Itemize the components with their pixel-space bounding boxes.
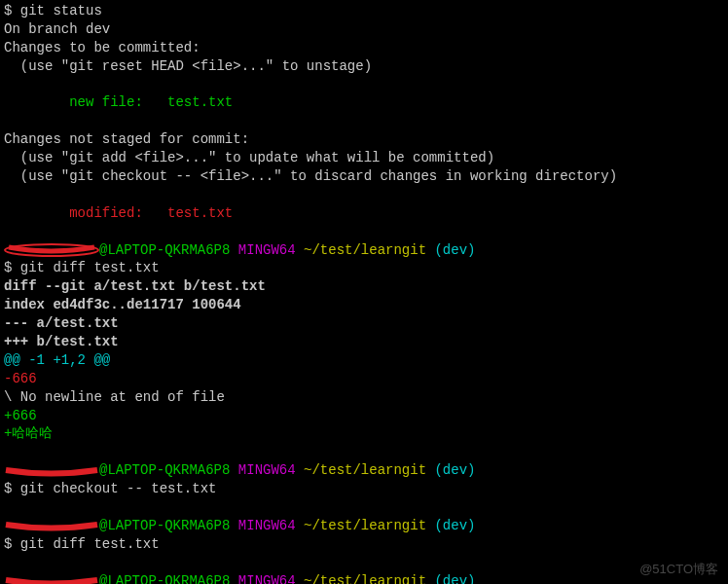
blank-line (4, 223, 724, 241)
terminal-output[interactable]: $ git status On branch dev Changes to be… (4, 2, 724, 584)
redacted-user-icon (4, 575, 99, 584)
prompt-host: @LAPTOP-QKRMA6P8 (99, 242, 230, 258)
prompt-shell: MINGW64 (230, 518, 295, 533)
status-checkout-hint: (use "git checkout -- <file>..." to disc… (4, 167, 724, 186)
diff-index: index ed4df3c..de11717 100644 (4, 296, 724, 314)
prompt-branch: (dev) (426, 573, 475, 584)
prompt-shell: MINGW64 (230, 573, 295, 584)
cmd-git-checkout: $ git checkout -- test.txt (4, 480, 724, 498)
prompt-host: @LAPTOP-QKRMA6P8 (99, 573, 230, 584)
prompt-path: ~/test/learngit (296, 573, 426, 584)
redacted-user-icon (4, 243, 99, 257)
status-unstage-hint: (use "git reset HEAD <file>..." to unsta… (4, 57, 724, 76)
diff-add2: +哈哈哈 (4, 424, 724, 443)
diff-header: diff --git a/test.txt b/test.txt (4, 277, 724, 296)
cmd-git-diff: $ git diff test.txt (4, 259, 724, 277)
cmd-git-status: $ git status (4, 2, 724, 20)
prompt-path: ~/test/learngit (296, 462, 426, 478)
prompt-line: @LAPTOP-QKRMA6P8 MINGW64 ~/test/learngit… (4, 517, 724, 535)
blank-line (4, 112, 724, 130)
prompt-shell: MINGW64 (230, 242, 295, 258)
status-new-file: new file: test.txt (4, 93, 724, 112)
watermark: @51CTO博客 (639, 561, 718, 578)
prompt-branch: (dev) (426, 518, 475, 533)
diff-add1: +666 (4, 407, 724, 425)
diff-del: -666 (4, 370, 724, 388)
prompt-path: ~/test/learngit (296, 518, 426, 533)
blank-line (4, 76, 724, 94)
cmd-git-diff2: $ git diff test.txt (4, 535, 724, 554)
prompt-line: @LAPTOP-QKRMA6P8 MINGW64 ~/test/learngit… (4, 461, 724, 480)
blank-line (4, 186, 724, 204)
prompt-host: @LAPTOP-QKRMA6P8 (99, 462, 230, 478)
prompt-branch: (dev) (426, 242, 475, 258)
redacted-user-icon (4, 465, 99, 477)
status-modified: modified: test.txt (4, 204, 724, 223)
blank-line (4, 443, 724, 461)
status-add-hint: (use "git add <file>..." to update what … (4, 149, 724, 167)
status-not-staged: Changes not staged for commit: (4, 130, 724, 149)
diff-nonewline: \ No newline at end of file (4, 388, 724, 407)
prompt-line: @LAPTOP-QKRMA6P8 MINGW64 ~/test/learngit… (4, 572, 724, 584)
prompt-path: ~/test/learngit (296, 242, 426, 258)
prompt-line: @LAPTOP-QKRMA6P8 MINGW64 ~/test/learngit… (4, 241, 724, 260)
prompt-host: @LAPTOP-QKRMA6P8 (99, 518, 230, 533)
diff-hunk: @@ -1 +1,2 @@ (4, 351, 724, 370)
diff-plus-file: +++ b/test.txt (4, 333, 724, 351)
prompt-branch: (dev) (426, 462, 475, 478)
diff-minus-file: --- a/test.txt (4, 314, 724, 333)
blank-line (4, 554, 724, 572)
redacted-user-icon (4, 520, 99, 531)
prompt-shell: MINGW64 (230, 462, 295, 478)
status-branch: On branch dev (4, 20, 724, 39)
blank-line (4, 498, 724, 517)
status-to-commit: Changes to be committed: (4, 39, 724, 57)
